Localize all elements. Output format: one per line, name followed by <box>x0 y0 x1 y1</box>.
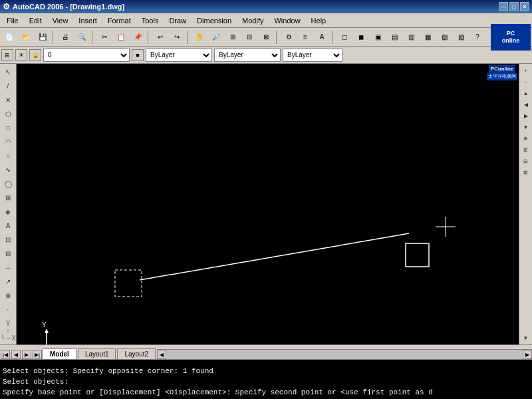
drawing-canvas[interactable]: Y X PConline 太平洋电脑网 <box>17 64 519 344</box>
layer-dropdown[interactable]: 0 <box>43 49 130 62</box>
lineweight-dropdown[interactable]: ByLayer <box>283 49 342 62</box>
hscroll-left[interactable]: ◀ <box>157 350 166 359</box>
lt-tolerance[interactable]: ⊛ <box>1 289 15 302</box>
menu-insert[interactable]: Insert <box>73 15 102 26</box>
main-toolbar: 📄 📂 💾 🖨 🔍 ✂ 📋 📌 ↩ ↪ ✋ 🔎 ⊞ ⊟ ⊠ ⚙ ≡ A ◻ ◼ … <box>0 28 532 47</box>
tab-layout1[interactable]: Layout1 <box>78 348 116 359</box>
tb-print[interactable]: 🖨 <box>57 30 73 45</box>
lt-insert[interactable]: ⊡ <box>1 233 15 246</box>
tb-paste[interactable]: 📌 <box>130 30 146 45</box>
rt-3d3[interactable]: ⊠ <box>521 167 531 178</box>
tb-b4[interactable]: ▤ <box>386 30 402 45</box>
lt-ellipse[interactable]: ◯ <box>1 177 15 190</box>
tb-b3[interactable]: ▣ <box>370 30 386 45</box>
tb-redo[interactable]: ↪ <box>169 30 185 45</box>
rt-zoom-in[interactable]: + <box>521 65 531 76</box>
right-toolbar: + - ▲ ◀ ▶ ▼ ⊕ ⊞ ⊟ ⊠ ▼ <box>519 64 532 344</box>
svg-rect-2 <box>406 243 429 267</box>
lt-line[interactable]: / <box>1 79 15 92</box>
layer-freeze-icon[interactable]: ☀ <box>15 49 27 61</box>
color-dropdown[interactable]: ByLayer <box>146 49 212 62</box>
hscroll-right[interactable]: ▶ <box>523 350 532 359</box>
lt-xline[interactable]: ✕ <box>1 93 15 106</box>
lt-poly[interactable]: ⬡ <box>1 107 15 120</box>
lt-arc[interactable]: ◠ <box>1 135 15 148</box>
close-button[interactable]: × <box>520 2 529 11</box>
tb-b8[interactable]: ▨ <box>453 30 469 45</box>
tab-nav-next[interactable]: ▶ <box>22 350 31 359</box>
menu-view[interactable]: View <box>47 15 74 26</box>
rt-zoomex[interactable]: ⊕ <box>521 133 531 144</box>
tb-b2[interactable]: ◼ <box>353 30 369 45</box>
rt-pan-right[interactable]: ▶ <box>521 110 531 121</box>
lt-region[interactable]: ◈ <box>1 205 15 218</box>
cmd-line-2: Select objects: <box>3 376 529 387</box>
tb-zoomex[interactable]: ⊞ <box>225 30 241 45</box>
rt-scroll-down[interactable]: ▼ <box>521 332 531 343</box>
lt-leader[interactable]: ↗ <box>1 275 15 288</box>
command-area: Select objects: Specify opposite corner:… <box>0 359 532 399</box>
tb-pan[interactable]: ✋ <box>192 30 207 45</box>
menu-modify[interactable]: Modify <box>237 15 269 26</box>
tb-b1[interactable]: ◻ <box>336 30 352 45</box>
rt-3d1[interactable]: ⊞ <box>521 144 531 155</box>
rt-pan-left[interactable]: ◀ <box>521 99 531 110</box>
menu-window[interactable]: Window <box>269 15 305 26</box>
rt-zoom-out[interactable]: - <box>521 76 531 87</box>
tb-undo[interactable]: ↩ <box>152 30 168 45</box>
rt-3d2[interactable]: ⊟ <box>521 156 531 166</box>
lt-point[interactable]: · <box>1 303 15 316</box>
lt-text[interactable]: A <box>1 219 15 232</box>
left-toolbar: ↖ / ✕ ⬡ □ ◠ ○ ∿ ◯ ⊞ ◈ A ⊡ ⊟ ↔ ↗ ⊛ · Y↑└→… <box>0 64 17 344</box>
tab-nav-last[interactable]: ▶| <box>33 350 42 359</box>
tb-zoomp[interactable]: ⊠ <box>258 30 274 45</box>
tb-preview[interactable]: 🔍 <box>74 30 90 45</box>
tb-b7[interactable]: ▧ <box>436 30 452 45</box>
title-bar: ⚙ AutoCAD 2006 - [Drawing1.dwg] ─ □ × <box>0 0 532 13</box>
lt-rect[interactable]: □ <box>1 121 15 134</box>
tab-nav-prev[interactable]: ◀ <box>11 350 21 359</box>
menu-tools[interactable]: Tools <box>136 15 164 26</box>
layer-lock-icon[interactable]: 🔒 <box>29 49 41 61</box>
horizontal-scrollbar[interactable]: ◀ ▶ <box>157 349 532 359</box>
tb-open[interactable]: 📂 <box>18 30 34 45</box>
tb-zoom[interactable]: 🔎 <box>208 30 224 45</box>
title-bar-title: ⚙ AutoCAD 2006 - [Drawing1.dwg] <box>3 2 124 11</box>
lt-dim[interactable]: ↔ <box>1 261 15 274</box>
tab-layout2[interactable]: Layout2 <box>117 348 156 359</box>
menu-file[interactable]: File <box>1 15 24 26</box>
cad-svg: Y X <box>17 64 519 344</box>
tb-match[interactable]: ≡ <box>297 30 313 45</box>
tab-model[interactable]: Model <box>43 348 76 359</box>
linetype-dropdown[interactable]: ByLayer <box>214 49 281 62</box>
menu-draw[interactable]: Draw <box>164 15 192 26</box>
tb-zoomwin[interactable]: ⊟ <box>241 30 257 45</box>
layer-manager-icon[interactable]: ⊞ <box>1 49 13 61</box>
lt-hatch[interactable]: ⊞ <box>1 191 15 204</box>
menu-help[interactable]: Help <box>306 15 332 26</box>
rt-pan-down[interactable]: ▼ <box>521 122 531 132</box>
menu-edit[interactable]: Edit <box>24 15 47 26</box>
svg-text:Y: Y <box>42 321 47 329</box>
tb-help[interactable]: ? <box>469 30 485 45</box>
rt-pan-up[interactable]: ▲ <box>521 88 531 98</box>
tb-save[interactable]: 💾 <box>35 30 51 45</box>
tab-nav-first[interactable]: |◀ <box>1 350 10 359</box>
tb-new[interactable]: 📄 <box>1 30 17 45</box>
maximize-button[interactable]: □ <box>509 2 519 11</box>
minimize-button[interactable]: ─ <box>499 2 508 11</box>
tb-ai[interactable]: A <box>314 30 330 45</box>
tb-b6[interactable]: ▦ <box>420 30 436 45</box>
lt-attdef[interactable]: ⊟ <box>1 247 15 260</box>
lt-spline[interactable]: ∿ <box>1 163 15 176</box>
color-icon[interactable]: ■ <box>132 49 144 61</box>
lt-pick[interactable]: ↖ <box>1 65 15 78</box>
menu-format[interactable]: Format <box>102 15 136 26</box>
tb-props[interactable]: ⚙ <box>281 30 297 45</box>
tb-copy[interactable]: 📋 <box>113 30 129 45</box>
tb-cut[interactable]: ✂ <box>96 30 112 45</box>
tb-b5[interactable]: ▥ <box>403 30 419 45</box>
menu-dimension[interactable]: Dimension <box>192 15 237 26</box>
toolbar-separator-2 <box>92 31 94 44</box>
lt-circle[interactable]: ○ <box>1 149 15 162</box>
